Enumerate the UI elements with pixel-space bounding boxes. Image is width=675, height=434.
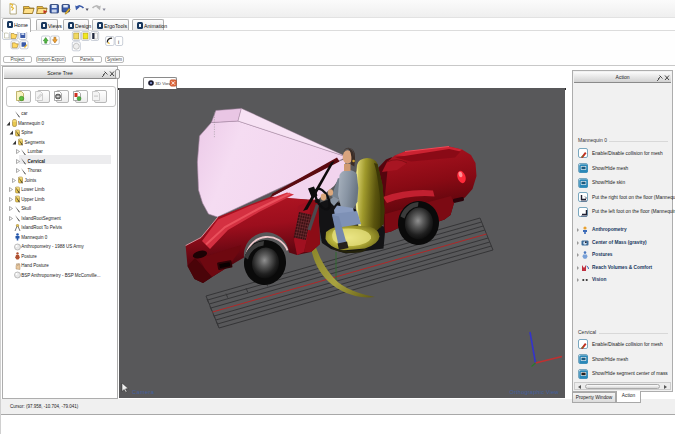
- svg-text:Camera: Camera: [132, 389, 155, 395]
- svg-text:i: i: [118, 39, 119, 45]
- svg-text:Orthographic View: Orthographic View: [510, 389, 560, 395]
